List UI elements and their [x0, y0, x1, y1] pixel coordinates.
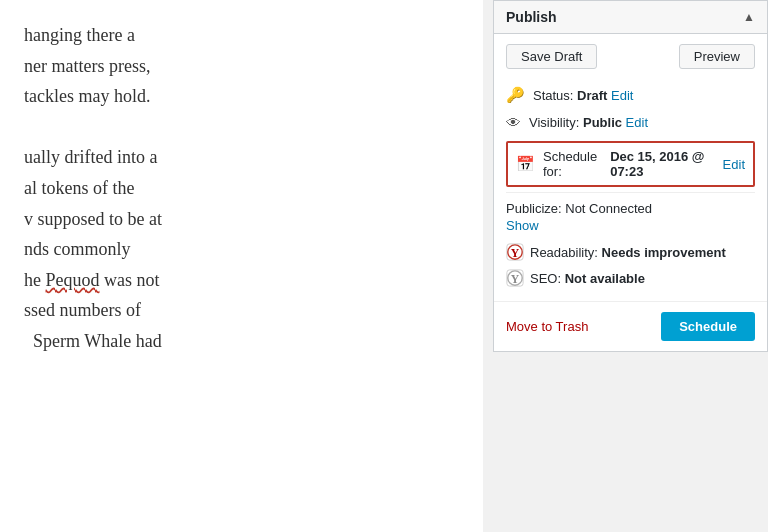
- schedule-row: 📅 Schedule for: Dec 15, 2016 @ 07:23 Edi…: [506, 141, 755, 187]
- status-label: Status:: [533, 88, 573, 103]
- publish-box: Publish ▲ Save Draft Preview 🔑 Status: D…: [493, 0, 768, 352]
- content-area: hanging there a ner matters press, tackl…: [0, 0, 483, 532]
- button-row: Save Draft Preview: [506, 44, 755, 69]
- seo-icon: Y: [506, 269, 524, 287]
- readability-value: Needs improvement: [602, 245, 726, 260]
- move-to-trash-link[interactable]: Move to Trash: [506, 319, 588, 334]
- sidebar: Publish ▲ Save Draft Preview 🔑 Status: D…: [483, 0, 768, 532]
- seo-row: Y SEO: Not available: [506, 265, 755, 291]
- schedule-button[interactable]: Schedule: [661, 312, 755, 341]
- publicize-label: Publicize: Not Connected: [506, 201, 652, 216]
- schedule-label: Schedule for:: [543, 149, 607, 179]
- status-edit-link[interactable]: Edit: [611, 88, 633, 103]
- publish-footer: Move to Trash Schedule: [494, 301, 767, 351]
- content-text: hanging there a ner matters press, tackl…: [24, 20, 459, 357]
- schedule-icon: 📅: [516, 155, 535, 173]
- preview-button[interactable]: Preview: [679, 44, 755, 69]
- publicize-section: Publicize: Not Connected Show: [506, 192, 755, 239]
- visibility-icon: 👁: [506, 114, 521, 131]
- svg-text:Y: Y: [511, 273, 520, 286]
- publish-body: Save Draft Preview 🔑 Status: Draft Edit …: [494, 34, 767, 301]
- seo-label: SEO:: [530, 271, 561, 286]
- publish-title: Publish: [506, 9, 557, 25]
- publicize-show-link[interactable]: Show: [506, 218, 755, 233]
- schedule-edit-link[interactable]: Edit: [723, 157, 745, 172]
- readability-row: Y Readability: Needs improvement: [506, 239, 755, 265]
- status-icon: 🔑: [506, 86, 525, 104]
- visibility-value: Public: [583, 115, 622, 130]
- visibility-row: 👁 Visibility: Public Edit: [506, 109, 755, 136]
- collapse-icon[interactable]: ▲: [743, 10, 755, 24]
- save-draft-button[interactable]: Save Draft: [506, 44, 597, 69]
- status-row: 🔑 Status: Draft Edit: [506, 81, 755, 109]
- publish-header: Publish ▲: [494, 1, 767, 34]
- visibility-edit-link[interactable]: Edit: [626, 115, 648, 130]
- status-value: Draft: [577, 88, 607, 103]
- svg-text:Y: Y: [511, 247, 520, 260]
- readability-icon: Y: [506, 243, 524, 261]
- schedule-date: Dec 15, 2016 @ 07:23: [610, 149, 719, 179]
- visibility-label: Visibility:: [529, 115, 579, 130]
- pequod-word: Pequod: [46, 270, 100, 290]
- seo-value: Not available: [565, 271, 645, 286]
- readability-label: Readability:: [530, 245, 598, 260]
